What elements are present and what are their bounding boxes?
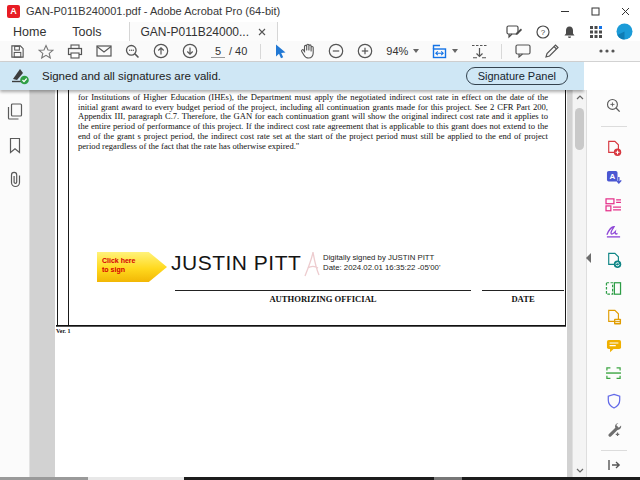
form-border-line <box>57 90 58 325</box>
email-icon[interactable] <box>96 45 112 57</box>
hand-tool-icon[interactable] <box>300 43 315 59</box>
scan-ocr-icon[interactable] <box>604 366 623 380</box>
bookmarks-icon[interactable] <box>8 137 22 154</box>
tab-home-label: Home <box>13 25 46 39</box>
tab-home[interactable]: Home <box>0 22 59 41</box>
acrobat-logo-icon: A <box>7 5 20 18</box>
left-navigation-rail <box>0 90 30 477</box>
sign-here-flag[interactable]: Click here to sign <box>97 252 167 282</box>
edit-pdf-icon[interactable] <box>604 198 623 212</box>
favorites-star-icon[interactable] <box>38 44 54 59</box>
toolbar-separator <box>501 44 502 59</box>
signature-panel-button[interactable]: Signature Panel <box>466 67 568 85</box>
body-paragraph: for Institutions of Higher Education (IH… <box>78 93 548 151</box>
previous-page-icon[interactable] <box>153 43 169 59</box>
scroll-up-button[interactable] <box>576 90 584 104</box>
panel-collapse-icon[interactable] <box>586 253 591 263</box>
fit-width-button[interactable] <box>432 44 458 59</box>
save-icon[interactable] <box>10 44 25 59</box>
protect-icon[interactable] <box>606 393 622 409</box>
search-tool-icon[interactable] <box>605 98 622 113</box>
page-count-label: / 40 <box>229 45 247 57</box>
scroll-down-icon <box>576 468 584 473</box>
signature-line <box>175 290 471 291</box>
notifications-bell-icon[interactable] <box>563 25 576 39</box>
tab-document[interactable]: GAN-P011B24000... <box>129 22 279 41</box>
minimize-button[interactable] <box>550 0 580 22</box>
form-border-line <box>565 90 566 325</box>
minimize-icon <box>560 6 570 16</box>
next-page-icon[interactable] <box>182 43 198 59</box>
svg-text:?: ? <box>541 28 546 37</box>
feedback-icon[interactable] <box>506 25 523 39</box>
fill-sign-icon[interactable] <box>604 225 623 238</box>
document-page: for Institutions of Higher Education (IH… <box>55 90 567 477</box>
comment-icon[interactable] <box>605 339 623 353</box>
avatar[interactable] <box>616 23 633 40</box>
tab-document-label: GAN-P011B24000... <box>141 25 250 39</box>
main-area: for Institutions of Higher Education (IH… <box>0 90 640 477</box>
right-tools-rail: A <box>586 90 640 477</box>
tab-tools[interactable]: Tools <box>59 22 114 41</box>
date-line <box>482 290 564 291</box>
zoom-level-value: 94% <box>386 45 408 57</box>
scroll-down-button[interactable] <box>576 463 584 477</box>
window-title: GAN-P011B240001.pdf - Adobe Acrobat Pro … <box>26 5 280 17</box>
title-bar: A GAN-P011B240001.pdf - Adobe Acrobat Pr… <box>0 0 640 22</box>
scroll-up-icon <box>576 95 584 100</box>
signature-valid-icon <box>10 67 30 85</box>
maximize-button[interactable] <box>580 0 610 22</box>
zoom-out-icon[interactable] <box>328 43 344 59</box>
combine-files-icon[interactable] <box>605 309 623 326</box>
sign-flag-line1: Click here <box>102 256 167 265</box>
more-tools-icon[interactable] <box>605 422 623 437</box>
authorizing-official-label: AUTHORIZING OFFICIAL <box>175 294 471 304</box>
rail-divider <box>601 126 627 127</box>
attachments-icon[interactable] <box>8 171 22 188</box>
svg-text:A: A <box>609 172 615 181</box>
expand-panel-icon[interactable] <box>607 459 621 471</box>
acrobat-watermark-icon <box>302 250 322 278</box>
form-border-line <box>68 90 69 325</box>
page-number-input[interactable]: 5 <box>211 45 225 58</box>
pencil-tool-icon[interactable] <box>544 43 560 59</box>
more-options-icon[interactable] <box>599 49 615 53</box>
export-pdf-icon[interactable]: A <box>605 170 623 186</box>
tab-row: Home Tools GAN-P011B24000... ? <box>0 22 640 41</box>
signature-detail-line1: Digitally signed by JUSTIN PITT <box>323 253 440 263</box>
find-icon[interactable] <box>125 44 140 59</box>
comment-tool-icon[interactable] <box>515 44 531 58</box>
notification-row-spacer <box>584 62 640 90</box>
signature-status-text: Signed and all signatures are valid. <box>42 70 221 82</box>
signature-detail-line2: Date: 2024.02.01 16:35:22 -05'00' <box>323 263 440 273</box>
close-button[interactable] <box>610 0 640 22</box>
organize-pages-icon[interactable] <box>604 281 623 296</box>
date-label: DATE <box>482 294 564 304</box>
scrollbar-thumb[interactable] <box>575 108 584 150</box>
notification-row: Signed and all signatures are valid. Sig… <box>0 62 640 90</box>
sign-flag-line2: to sign <box>102 265 167 274</box>
maximize-icon <box>591 7 600 16</box>
zoom-in-icon[interactable] <box>357 43 373 59</box>
document-canvas[interactable]: for Institutions of Higher Education (IH… <box>30 90 572 477</box>
page-thumbnails-icon[interactable] <box>7 103 23 120</box>
page-display-icon[interactable] <box>471 44 488 59</box>
create-pdf-icon[interactable] <box>605 140 623 157</box>
signature-notification-bar: Signed and all signatures are valid. Sig… <box>0 62 584 90</box>
share-review-icon[interactable] <box>605 252 623 269</box>
zoom-level-dropdown[interactable]: 94% <box>386 45 419 57</box>
main-toolbar: 5 / 40 94% <box>0 41 640 62</box>
select-tool-icon[interactable] <box>274 44 287 59</box>
fit-width-icon <box>432 44 449 59</box>
tab-close-icon[interactable] <box>258 28 266 36</box>
print-icon[interactable] <box>67 44 83 59</box>
chevron-down-icon <box>452 49 458 53</box>
close-icon <box>621 7 630 16</box>
chevron-down-icon <box>413 49 419 53</box>
form-border-line <box>56 325 566 327</box>
signature-name[interactable]: JUSTIN PITT <box>171 251 301 275</box>
signature-certificate-details[interactable]: Digitally signed by JUSTIN PITT Date: 20… <box>323 253 440 274</box>
help-icon[interactable]: ? <box>536 25 550 39</box>
app-grid-icon[interactable] <box>589 25 603 39</box>
vertical-scrollbar[interactable] <box>572 90 586 477</box>
